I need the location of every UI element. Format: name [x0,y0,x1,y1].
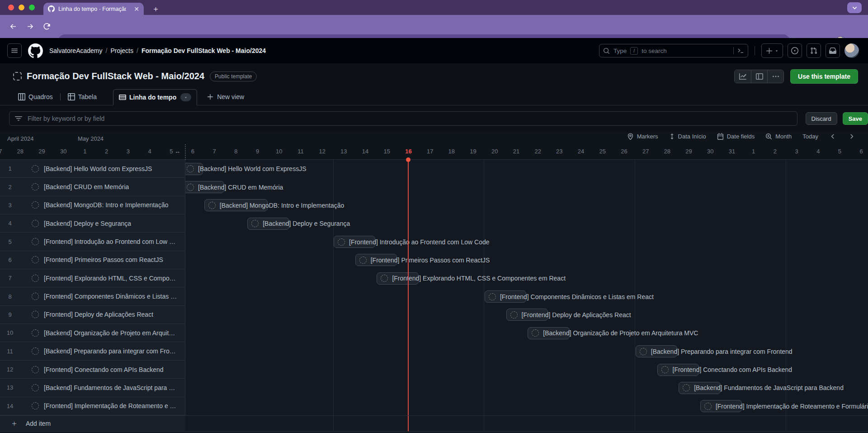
table-row[interactable]: 10[Backend] Organização de Projeto em Ar… [0,324,185,342]
table-row[interactable]: 3[Backend] MongoDB: Intro e Implementaçã… [0,196,185,214]
table-icon [68,93,75,100]
project-title: Formação Dev FullStack Web - Maio/2024 [27,71,204,81]
timeline-bar[interactable]: [Frontend] Explorando HTML, CSS e Compon… [377,272,418,285]
table-row[interactable]: 7[Frontend] Explorando HTML, CSS e Compo… [0,269,185,287]
side-panel-button[interactable] [751,70,767,83]
bar-title: [Frontend] Implementação de Roteamento e… [716,403,868,410]
breadcrumb-project-name[interactable]: Formação Dev FullStack Web - Maio/2024 [142,47,266,54]
markers-button[interactable]: Markers [627,133,658,140]
tab-linha-do-tempo[interactable]: Linha do tempo [113,89,197,105]
table-row[interactable]: 2[Backend] CRUD em Memória [0,178,185,196]
day-label: 8 [234,148,237,155]
table-row[interactable]: 1[Backend] Hello World com ExpressJS [0,160,185,178]
day-label: 17 [427,148,433,155]
command-palette-icon[interactable] [737,48,744,54]
bar-title: [Backend] Organização de Projeto em Arqu… [543,329,698,337]
back-icon[interactable] [9,22,18,31]
project-menu-button[interactable] [767,70,783,83]
scroll-left-button[interactable] [829,133,837,139]
day-label: 4 [148,148,151,155]
github-logo[interactable] [28,43,43,58]
bar-title: [Backend] Preparando para integrar com F… [651,348,793,355]
hamburger-menu-button[interactable] [7,43,22,58]
tab-tabela[interactable]: Tabela [61,89,103,105]
table-row[interactable]: 12[Frontend] Conectando com APIs Backend [0,361,185,379]
use-this-template-button[interactable]: Use this template [790,69,858,84]
filter-input[interactable] [9,111,797,126]
pane-resize-handle-icon[interactable]: ↔ [175,148,180,155]
table-row[interactable]: 9[Frontend] Deploy de Aplicações React [0,306,185,324]
chevron-right-icon [849,133,854,139]
timeline-bar[interactable]: [Backend] Organização de Projeto em Arqu… [528,327,569,339]
discard-button[interactable]: Discard [806,112,837,125]
date-fields-button[interactable]: Date fields [717,133,755,140]
zoom-level-button[interactable]: Month [765,133,792,140]
forward-icon[interactable] [26,22,34,31]
timeline-bar[interactable]: [Backend] MongoDB: Intro e Implementação [204,199,268,211]
table-row[interactable]: 4[Backend] Deploy e Segurança [0,214,185,233]
notifications-inbox-button[interactable] [826,43,840,58]
timeline-bar[interactable]: [Backend] Preparando para integrar com F… [636,345,677,357]
breadcrumb: SalvatoreAcademy / Projects / Formação D… [49,47,266,54]
search-divider [733,47,734,54]
draft-issue-icon [32,165,39,172]
day-label: 24 [578,148,584,155]
timeline-bar[interactable]: [Frontend] Deploy de Aplicações React [506,309,548,321]
row-title: [Frontend] Primeiros Passos com ReactJS [44,256,163,263]
timeline-bar[interactable]: [Frontend] Conectando com APIs Backend [657,364,699,376]
scroll-right-button[interactable] [848,133,855,139]
timeline-bar[interactable]: [Backend] Fundamentos de JavaScript para… [679,382,720,394]
timeline-bar[interactable]: [Backend] Deploy e Segurança [247,218,289,230]
sort-button[interactable]: Data Início [669,133,706,140]
new-tab-button[interactable]: ＋ [152,4,160,14]
pane-resize-sash[interactable] [185,144,186,160]
issues-button[interactable] [788,43,802,58]
minimize-window-button[interactable] [19,5,24,10]
slash-key-icon: / [630,47,638,55]
insights-button[interactable] [735,70,751,83]
table-row[interactable]: 11[Backend] Preparando para integrar com… [0,343,185,361]
day-label: 2 [774,148,777,155]
timeline-bar[interactable]: [Frontend] Introdução ao Frontend com Lo… [334,236,375,248]
today-button[interactable]: Today [802,133,818,140]
new-view-button[interactable]: New view [202,89,250,105]
breadcrumb-projects[interactable]: Projects [110,47,133,54]
tab-tabela-label: Tabela [78,93,97,100]
table-row[interactable]: 6[Frontend] Primeiros Passos com ReactJS [0,251,185,269]
global-search-input[interactable]: Type / to search [599,44,748,57]
maximize-window-button[interactable] [29,5,35,10]
draft-issue-icon [32,402,39,409]
save-button[interactable]: Save [843,112,868,125]
timeline-bar[interactable]: [Backend] Hello World com ExpressJS [183,163,203,175]
bar-title: [Frontend] Introdução ao Frontend com Lo… [349,238,490,246]
row-title: [Frontend] Implementação de Roteamento e… [44,402,178,409]
table-row[interactable]: 14[Frontend] Implementação de Roteamento… [0,397,185,415]
bar-title: [Frontend] Componentes Dinâmicos e Lista… [500,293,654,300]
table-row[interactable]: 13[Backend] Fundamentos de JavaScript pa… [0,379,185,397]
view-options-button[interactable] [180,93,191,101]
timeline-bar[interactable]: [Frontend] Implementação de Roteamento e… [700,400,742,412]
timeline-bar[interactable]: [Frontend] Primeiros Passos com ReactJS [355,254,397,266]
row-title: [Backend] Fundamentos de JavaScript para… [44,384,178,391]
month-label: April 2024 [7,135,34,142]
window-controls[interactable] [8,5,35,10]
table-row[interactable]: 5[Frontend] Introdução ao Frontend com L… [0,233,185,251]
close-window-button[interactable] [8,5,14,10]
create-new-button[interactable] [761,43,783,58]
tab-search-button[interactable] [847,2,862,13]
tab-close-icon[interactable]: ✕ [134,5,139,13]
add-item-row[interactable]: ＋ Add item [0,415,185,431]
tab-quadros[interactable]: Quadros [12,89,59,105]
markers-label: Markers [637,133,658,140]
table-bottom-border [0,415,868,416]
breadcrumb-org[interactable]: SalvatoreAcademy [49,47,103,54]
user-avatar[interactable] [844,43,859,58]
row-number: 11 [0,348,20,355]
pull-requests-button[interactable] [807,43,821,58]
timeline-bar[interactable]: [Frontend] Componentes Dinâmicos e Lista… [485,290,526,303]
reload-icon[interactable] [42,22,51,31]
calendar-icon [717,133,724,140]
table-row[interactable]: 8[Frontend] Componentes Dinâmicos e List… [0,287,185,305]
browser-tab[interactable]: Linha do tempo · Formação D ✕ [43,3,144,15]
timeline-bar[interactable]: [Backend] CRUD em Memória [183,181,224,193]
